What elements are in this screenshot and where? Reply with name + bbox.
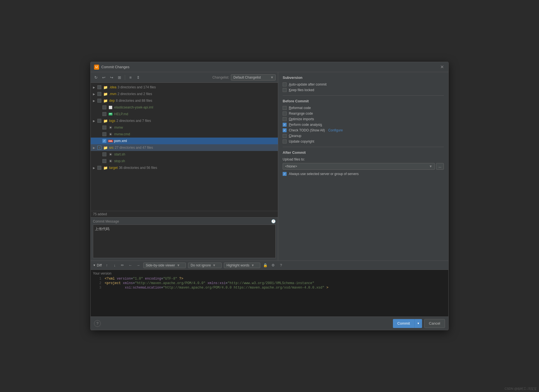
checkbox-mvnwcmd[interactable] (102, 132, 106, 136)
diff-area: ▼ Diff ↑ ↓ ✏ ← → Side-by-side viewer ▼ D… (91, 261, 448, 317)
tree-item-target[interactable]: 📁 target 36 directories and 56 files (91, 164, 278, 171)
tree-item-help[interactable]: MD HELP.md (91, 111, 278, 117)
settings-icon[interactable]: ⚙ (270, 263, 276, 268)
tree-item-mvn[interactable]: 📁 .mvn 2 directories and 2 files (91, 91, 278, 97)
chevron-down-icon: ▼ (270, 75, 274, 79)
expand-arrow-logs[interactable] (92, 119, 96, 123)
prev-change-icon[interactable]: ↑ (104, 263, 110, 268)
label-auto-update: Auto-update after commit (289, 82, 327, 86)
checkbox-optimize[interactable] (283, 117, 287, 121)
help-button[interactable]: ? (94, 320, 101, 327)
clock-icon[interactable]: 🕐 (271, 219, 276, 223)
label-todo: Check TODO (Show All) (289, 128, 325, 132)
expand-arrow-idea[interactable] (92, 85, 96, 89)
chevron-down-icon-viewer: ▼ (177, 263, 180, 267)
checkbox-code-analysis[interactable] (283, 123, 287, 127)
tree-item-idea[interactable]: 📁 .idea 3 directories and 174 files (91, 84, 278, 91)
folder-icon-target: 📁 (103, 166, 108, 170)
checkbox-src[interactable] (97, 146, 101, 150)
commit-button-label: Commit (393, 319, 415, 328)
checkbox-es-api[interactable] (102, 105, 106, 109)
refresh-icon[interactable]: ↻ (93, 74, 99, 81)
forward-icon[interactable]: → (135, 263, 141, 268)
group-icon[interactable]: ⊞ (116, 74, 123, 81)
viewer-dropdown[interactable]: Side-by-side viewer ▼ (143, 263, 186, 268)
option-row-auto-update: Auto-update after commit (283, 82, 444, 86)
tree-item-startsh[interactable]: ▶ start.sh (91, 151, 278, 158)
checkbox-startsh[interactable] (102, 152, 106, 156)
tree-item-src[interactable]: 📁 src 27 directories and 47 files (91, 144, 278, 151)
file-info-src: 27 directories and 47 files (115, 146, 153, 150)
checkbox-stopsh[interactable] (102, 159, 106, 163)
commit-message-input[interactable]: 上传代码 (93, 225, 276, 258)
checkbox-dep[interactable] (97, 99, 101, 103)
checkbox-pom[interactable] (102, 139, 106, 143)
changelist-area: Changelist: Default Changelist ▼ (212, 74, 276, 81)
commit-arrow-icon[interactable]: ▼ (415, 319, 422, 328)
file-info-mvn: 2 directories and 2 files (118, 92, 152, 96)
md-icon: MD (108, 112, 113, 116)
redo-icon[interactable]: ↪ (109, 74, 115, 81)
tree-item-stopsh[interactable]: ▶ stop.sh (91, 158, 278, 164)
code-text-3: xsi:schemaLocation="http://maven.apache.… (105, 286, 328, 290)
tree-item-mvnw[interactable]: ▶ mvnw (91, 124, 278, 131)
next-change-icon[interactable]: ↓ (112, 263, 118, 268)
cancel-button[interactable]: Cancel (424, 319, 445, 328)
dialog-footer: ? Commit ▼ Cancel (91, 317, 448, 330)
triangle-icon: ▼ (93, 264, 96, 267)
configure-link[interactable]: Configure (328, 128, 343, 132)
option-row-always-use: Always use selected server or group of s… (283, 172, 444, 176)
edit-icon[interactable]: ✏ (120, 263, 125, 268)
expand-icon[interactable]: ⇕ (135, 74, 141, 81)
expand-arrow-target[interactable] (92, 166, 96, 170)
tree-item-es-api[interactable]: ⬜ elasticsearch-yswk-api.iml (91, 104, 278, 111)
tree-item-pom[interactable]: XML pom.xml (91, 138, 278, 144)
undo-icon[interactable]: ↩ (101, 74, 107, 81)
checkbox-todo[interactable] (283, 128, 287, 132)
sh-icon-mvnw: ▶ (108, 125, 113, 130)
upload-dropdown[interactable]: <None> ▼ (283, 163, 435, 170)
checkbox-help[interactable] (102, 112, 106, 116)
commit-button[interactable]: Commit ▼ (393, 319, 422, 328)
right-panel: Subversion Auto-update after commit Keep… (278, 72, 448, 261)
expand-arrow-dep[interactable] (92, 98, 96, 103)
back-icon[interactable]: ← (128, 263, 133, 268)
lock-icon[interactable]: 🔒 (263, 263, 268, 268)
checkbox-logs[interactable] (97, 119, 101, 123)
sh-icon-mvnwcmd: ▶ (108, 132, 113, 136)
expand-arrow-mvn[interactable] (92, 92, 96, 96)
checkbox-keep-locked[interactable] (283, 88, 287, 92)
close-button[interactable]: ✕ (439, 64, 445, 70)
checkbox-update-copyright[interactable] (283, 140, 287, 143)
checkbox-always-use[interactable] (283, 172, 287, 176)
checkbox-reformat[interactable] (283, 106, 287, 110)
changelist-dropdown[interactable]: Default Changelist ▼ (231, 74, 276, 81)
label-code-analysis: Perform code analysis (289, 123, 322, 127)
checkbox-target[interactable] (97, 166, 101, 170)
folder-icon-mvn: 📁 (103, 92, 108, 96)
highlight-dropdown[interactable]: Highlight words ▼ (224, 263, 260, 268)
diff-toggle[interactable]: ▼ Diff (93, 263, 102, 267)
checkbox-cleanup[interactable] (283, 134, 287, 138)
browse-button[interactable]: ... (436, 163, 444, 170)
tree-item-mvnwcmd[interactable]: ▶ mvnw.cmd (91, 131, 278, 138)
help-diff-icon[interactable]: ? (278, 263, 284, 268)
file-name-idea: .idea (109, 85, 116, 89)
expand-arrow-src[interactable] (92, 145, 96, 150)
checkbox-rearrange[interactable] (283, 112, 287, 115)
upload-label: Upload files to: (283, 157, 444, 161)
option-row-cleanup: Cleanup (283, 134, 444, 138)
ignore-dropdown[interactable]: Do not ignore ▼ (188, 263, 222, 268)
changelist-label: Changelist: (212, 75, 229, 79)
checkbox-auto-update[interactable] (283, 82, 287, 86)
collapse-icon[interactable]: ≡ (127, 74, 133, 81)
checkbox-idea[interactable] (97, 85, 101, 89)
tree-item-logs[interactable]: 📁 logs 2 directories and 7 files (91, 117, 278, 124)
toolbar-separator (125, 75, 125, 80)
chevron-down-icon-upload: ▼ (429, 164, 432, 168)
checkbox-mvn[interactable] (97, 92, 101, 96)
xml-icon-pom: XML (108, 139, 113, 143)
label-always-use: Always use selected server or group of s… (289, 172, 358, 176)
tree-item-dep[interactable]: 📁 dep 8 directories and 88 files (91, 97, 278, 104)
checkbox-mvnw[interactable] (102, 126, 106, 129)
